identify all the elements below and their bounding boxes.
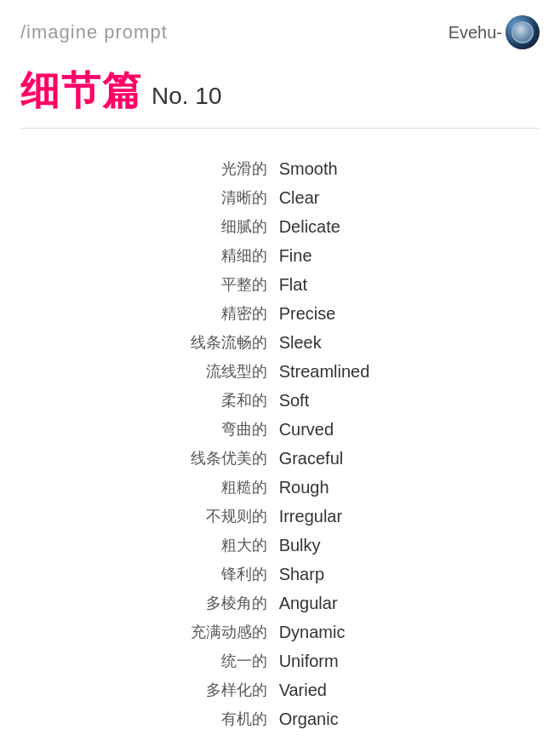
word-list: 光滑的Smooth清晰的Clear细腻的Delicate精细的Fine平整的Fl… (191, 154, 370, 733)
word-row: 细腻的Delicate (191, 212, 370, 241)
word-row: 多样化的Varied (191, 675, 370, 704)
word-row: 弯曲的Curved (191, 415, 370, 444)
word-chinese-18: 多样化的 (191, 675, 279, 704)
word-chinese-7: 流线型的 (191, 357, 279, 386)
word-row: 锋利的Sharp (191, 560, 370, 589)
word-row: 充满动感的Dynamic (191, 618, 370, 646)
word-english-16: Dynamic (279, 618, 370, 646)
subtitle-chinese: 细节篇 (20, 68, 143, 112)
word-row: 精密的Precise (191, 299, 370, 328)
word-chinese-17: 统一的 (191, 646, 279, 675)
word-english-14: Sharp (279, 560, 370, 589)
word-chinese-1: 清晰的 (191, 183, 279, 212)
word-row: 流线型的Streamlined (191, 357, 370, 386)
word-english-13: Bulky (279, 531, 370, 560)
word-chinese-12: 不规则的 (191, 502, 279, 531)
word-chinese-0: 光滑的 (191, 154, 279, 183)
word-english-11: Rough (279, 473, 370, 502)
word-row: 统一的Uniform (191, 646, 370, 675)
word-chinese-14: 锋利的 (191, 560, 279, 589)
word-english-1: Clear (279, 183, 370, 212)
header-title: /imagine prompt (20, 21, 168, 43)
word-english-4: Flat (279, 270, 370, 299)
word-chinese-5: 精密的 (191, 299, 279, 328)
word-row: 精细的Fine (191, 241, 370, 270)
word-row: 粗大的Bulky (191, 531, 370, 560)
word-row: 线条优美的Graceful (191, 444, 370, 473)
word-english-8: Soft (279, 386, 370, 415)
subtitle-block: 细节篇No. 10 (0, 58, 560, 118)
word-row: 有机的Organic (191, 704, 370, 733)
word-row: 柔和的Soft (191, 386, 370, 415)
word-chinese-16: 充满动感的 (191, 618, 279, 646)
word-row: 粗糙的Rough (191, 473, 370, 502)
word-english-15: Angular (279, 589, 370, 618)
divider (20, 128, 540, 129)
word-chinese-6: 线条流畅的 (191, 328, 279, 357)
word-row: 多棱角的Angular (191, 589, 370, 618)
word-english-6: Sleek (279, 328, 370, 357)
word-english-9: Curved (279, 415, 370, 444)
word-english-19: Organic (279, 704, 370, 733)
word-english-2: Delicate (279, 212, 370, 241)
word-chinese-13: 粗大的 (191, 531, 279, 560)
word-english-10: Graceful (279, 444, 370, 473)
subtitle-number: No. 10 (151, 83, 222, 109)
word-row: 清晰的Clear (191, 183, 370, 212)
avatar-helmet (511, 21, 534, 43)
word-english-7: Streamlined (279, 357, 370, 386)
word-row: 平整的Flat (191, 270, 370, 299)
word-row: 线条流畅的Sleek (191, 328, 370, 357)
word-chinese-3: 精细的 (191, 241, 279, 270)
word-english-0: Smooth (279, 154, 370, 183)
header: /imagine prompt Evehu- (0, 0, 560, 58)
avatar (506, 15, 540, 49)
avatar-image (506, 15, 540, 49)
word-chinese-11: 粗糙的 (191, 473, 279, 502)
word-english-17: Uniform (279, 646, 370, 675)
word-chinese-19: 有机的 (191, 704, 279, 733)
word-english-12: Irregular (279, 502, 370, 531)
word-english-3: Fine (279, 241, 370, 270)
word-english-5: Precise (279, 299, 370, 328)
word-chinese-2: 细腻的 (191, 212, 279, 241)
word-chinese-10: 线条优美的 (191, 444, 279, 473)
word-row: 不规则的Irregular (191, 502, 370, 531)
word-chinese-15: 多棱角的 (191, 589, 279, 618)
word-chinese-9: 弯曲的 (191, 415, 279, 444)
user-label: Evehu- (449, 23, 502, 43)
content: 光滑的Smooth清晰的Clear细腻的Delicate精细的Fine平整的Fl… (0, 129, 560, 747)
header-user: Evehu- (449, 15, 540, 49)
word-english-18: Varied (279, 675, 370, 704)
word-chinese-4: 平整的 (191, 270, 279, 299)
word-row: 光滑的Smooth (191, 154, 370, 183)
word-chinese-8: 柔和的 (191, 386, 279, 415)
